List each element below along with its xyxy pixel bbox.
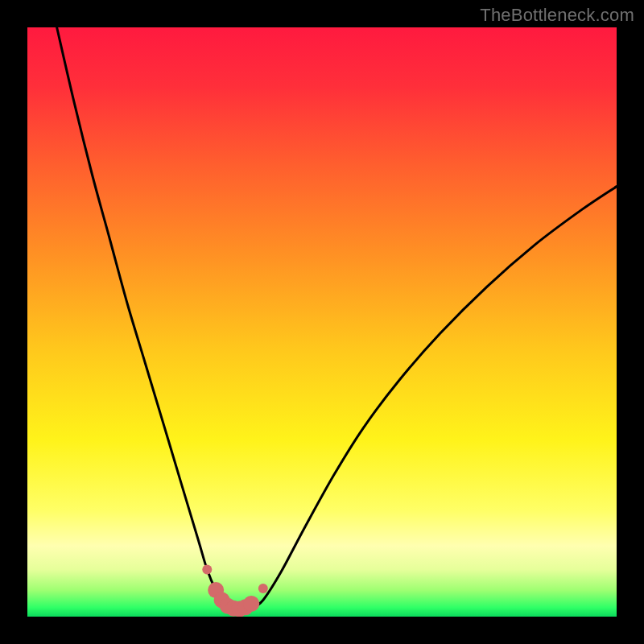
marker-dot	[202, 564, 212, 574]
chart-frame: TheBottleneck.com	[0, 0, 644, 644]
watermark-text: TheBottleneck.com	[480, 5, 634, 26]
marker-dot	[258, 584, 268, 593]
marker-dot	[243, 596, 259, 612]
gradient-background	[27, 27, 617, 617]
plot-svg	[27, 27, 617, 617]
plot-area	[27, 27, 617, 617]
